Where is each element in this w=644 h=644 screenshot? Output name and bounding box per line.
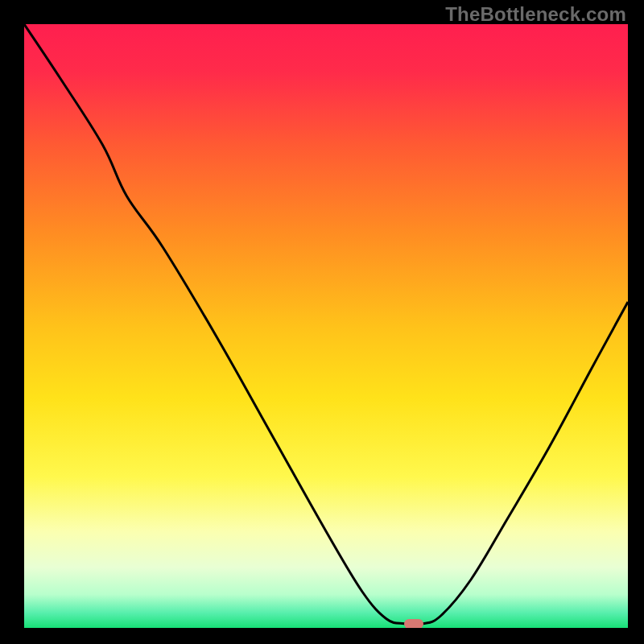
bottleneck-curve bbox=[24, 24, 628, 628]
plot-area bbox=[24, 24, 628, 628]
chart-frame: TheBottleneck.com bbox=[0, 0, 644, 644]
optimal-marker bbox=[404, 619, 423, 628]
watermark-text: TheBottleneck.com bbox=[445, 3, 626, 26]
